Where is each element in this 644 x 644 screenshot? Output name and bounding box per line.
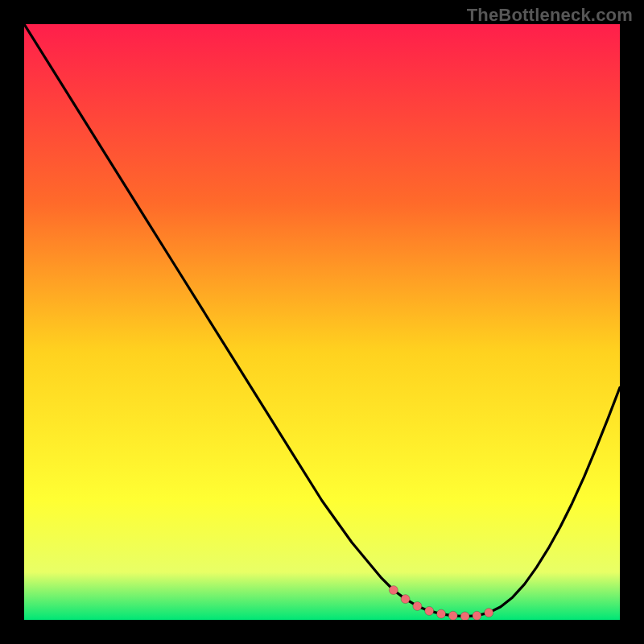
trough-marker xyxy=(425,606,434,615)
trough-marker xyxy=(485,609,493,617)
trough-marker xyxy=(437,609,446,618)
watermark-text: TheBottleneck.com xyxy=(467,5,633,26)
trough-marker xyxy=(473,611,481,620)
trough-marker xyxy=(448,611,457,620)
chart-area xyxy=(24,24,620,620)
trough-marker xyxy=(401,595,410,604)
trough-marker xyxy=(460,612,469,620)
trough-marker xyxy=(413,601,422,610)
chart-svg xyxy=(24,24,620,620)
gradient-background xyxy=(24,24,620,620)
trough-marker xyxy=(389,586,398,595)
